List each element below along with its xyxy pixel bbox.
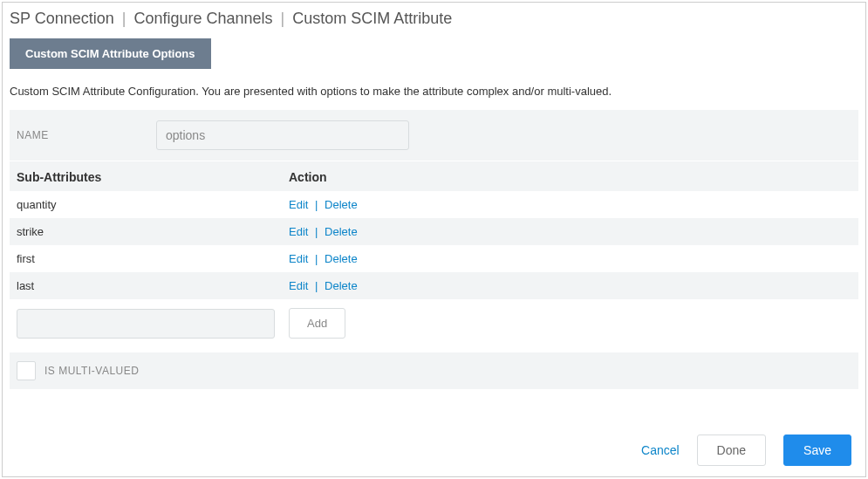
action-separator: | <box>315 198 318 211</box>
breadcrumb: SP Connection | Configure Channels | Cus… <box>3 3 865 31</box>
header-sub-attributes: Sub-Attributes <box>17 170 289 184</box>
breadcrumb-separator: | <box>122 10 126 27</box>
new-sub-attribute-input[interactable] <box>17 309 275 339</box>
table-row: quantity Edit | Delete <box>10 191 858 218</box>
table-header: Sub-Attributes Action <box>10 161 858 191</box>
delete-link[interactable]: Delete <box>325 225 358 238</box>
sub-attribute-name: strike <box>17 225 289 238</box>
is-multi-valued-checkbox[interactable] <box>17 361 36 380</box>
breadcrumb-part-1: SP Connection <box>10 10 114 27</box>
delete-link[interactable]: Delete <box>325 198 358 211</box>
row-actions: Edit | Delete <box>289 225 851 238</box>
tab-custom-scim-attribute-options[interactable]: Custom SCIM Attribute Options <box>10 38 211 69</box>
sub-attribute-name: last <box>17 279 289 292</box>
cancel-link[interactable]: Cancel <box>641 443 680 457</box>
add-row: Add <box>10 299 858 347</box>
is-multi-valued-label: IS MULTI-VALUED <box>44 365 139 377</box>
action-separator: | <box>315 225 318 238</box>
table-row: strike Edit | Delete <box>10 218 858 245</box>
edit-link[interactable]: Edit <box>289 198 308 211</box>
table-row: last Edit | Delete <box>10 272 858 299</box>
edit-link[interactable]: Edit <box>289 225 308 238</box>
add-button[interactable]: Add <box>289 308 345 339</box>
name-input[interactable] <box>156 120 409 150</box>
action-separator: | <box>315 252 318 265</box>
done-button[interactable]: Done <box>697 435 766 466</box>
header-action: Action <box>289 170 851 184</box>
tab-bar: Custom SCIM Attribute Options <box>3 31 865 69</box>
description-text: Custom SCIM Attribute Configuration. You… <box>3 69 865 110</box>
table-row: first Edit | Delete <box>10 245 858 272</box>
breadcrumb-part-3: Custom SCIM Attribute <box>292 10 452 27</box>
multi-valued-row: IS MULTI-VALUED <box>10 352 858 389</box>
breadcrumb-separator: | <box>281 10 285 27</box>
name-label: NAME <box>17 129 156 141</box>
delete-link[interactable]: Delete <box>325 252 358 265</box>
row-actions: Edit | Delete <box>289 279 851 292</box>
page-container: SP Connection | Configure Channels | Cus… <box>2 2 866 477</box>
save-button[interactable]: Save <box>783 435 851 466</box>
edit-link[interactable]: Edit <box>289 252 308 265</box>
sub-attributes-table: Sub-Attributes Action quantity Edit | De… <box>10 161 858 347</box>
edit-link[interactable]: Edit <box>289 279 308 292</box>
sub-attribute-name: quantity <box>17 198 289 211</box>
footer-actions: Cancel Done Save <box>641 435 851 466</box>
breadcrumb-part-2: Configure Channels <box>133 10 272 27</box>
row-actions: Edit | Delete <box>289 198 851 211</box>
delete-link[interactable]: Delete <box>325 279 358 292</box>
name-field-row: NAME <box>10 110 858 161</box>
action-separator: | <box>315 279 318 292</box>
sub-attribute-name: first <box>17 252 289 265</box>
row-actions: Edit | Delete <box>289 252 851 265</box>
